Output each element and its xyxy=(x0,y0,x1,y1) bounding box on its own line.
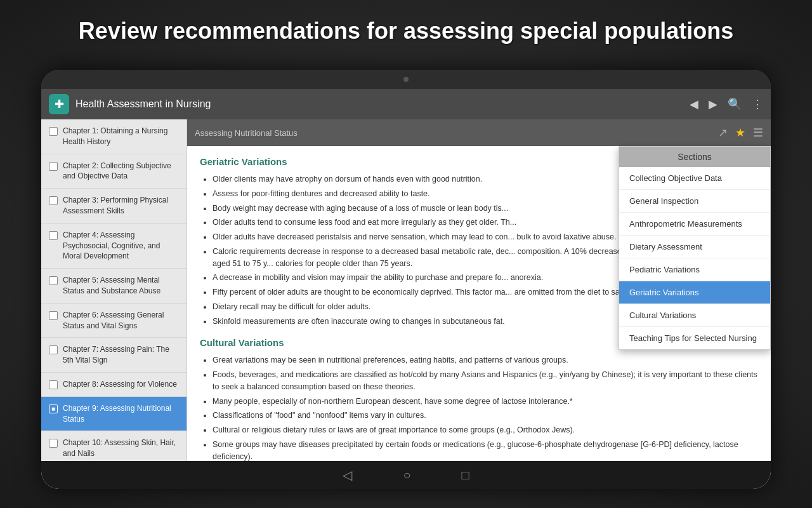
tablet-top-bar xyxy=(41,70,771,89)
sidebar-item-label-6: Chapter 6: Assessing General Status and … xyxy=(63,310,179,331)
android-bottom-bar: ◁ ○ □ xyxy=(41,461,771,489)
sidebar-item-label-4: Chapter 4: Assessing Psychosocial, Cogni… xyxy=(63,230,179,262)
sidebar-checkbox-3 xyxy=(49,196,58,205)
next-button[interactable]: ▶ xyxy=(709,97,717,111)
sidebar-checkbox-2 xyxy=(49,162,58,171)
sections-item[interactable]: Geriatric Variations xyxy=(619,281,770,304)
sections-dropdown: Sections Collecting Objective DataGenera… xyxy=(619,146,771,350)
list-item: Great variations may be seen in nutritio… xyxy=(213,354,758,366)
sections-item[interactable]: Teaching Tips for Selected Nursing xyxy=(619,327,770,349)
sidebar-checkbox-10 xyxy=(49,439,58,448)
list-item: Many people, especially of non-northern … xyxy=(213,396,758,408)
sidebar-item-1[interactable]: Chapter 1: Obtaining a Nursing Health Hi… xyxy=(41,119,187,154)
sections-item[interactable]: Dietary Assessment xyxy=(619,236,770,258)
app-screen: ✚ Health Assessment in Nursing ◀ ▶ 🔍 ⋮ C… xyxy=(41,89,771,489)
list-item: Classifications of "food" and "nonfood" … xyxy=(213,410,758,422)
reading-pane: Assessing Nutritional Status ↗ ★ ☰ Secti… xyxy=(187,119,771,461)
sidebar-item-7[interactable]: Chapter 7: Assessing Pain: The 5th Vital… xyxy=(41,338,187,373)
tablet-frame: ✚ Health Assessment in Nursing ◀ ▶ 🔍 ⋮ C… xyxy=(41,70,771,489)
sidebar-item-2[interactable]: Chapter 2: Collecting Subjective and Obj… xyxy=(41,154,187,189)
sidebar-item-4[interactable]: Chapter 4: Assessing Psychosocial, Cogni… xyxy=(41,224,187,269)
sections-item[interactable]: Collecting Objective Data xyxy=(619,167,770,190)
recent-button[interactable]: □ xyxy=(462,468,469,483)
sidebar-item-label-1: Chapter 1: Obtaining a Nursing Health Hi… xyxy=(63,126,179,147)
back-button[interactable]: ◁ xyxy=(343,467,352,483)
app-icon: ✚ xyxy=(49,94,69,114)
sections-dropdown-header: Sections xyxy=(619,147,770,167)
sidebar-item-9[interactable]: ■Chapter 9: Assessing Nutritional Status xyxy=(41,397,187,432)
sidebar-checkbox-5 xyxy=(49,276,58,285)
sidebar-item-3[interactable]: Chapter 3: Performing Physical Assessmen… xyxy=(41,189,187,224)
menu-button[interactable]: ⋮ xyxy=(752,97,763,111)
reading-title: Assessing Nutritional Status xyxy=(195,128,710,138)
list-item: Foods, beverages, and medications are cl… xyxy=(213,369,758,393)
list-item: Some groups may have diseases precipitat… xyxy=(213,439,758,461)
app-title: Health Assessment in Nursing xyxy=(75,98,683,110)
main-content: Chapter 1: Obtaining a Nursing Health Hi… xyxy=(41,119,771,461)
sidebar-checkbox-6 xyxy=(49,311,58,320)
header-icons: ◀ ▶ 🔍 ⋮ xyxy=(690,97,763,111)
reading-toolbar: Assessing Nutritional Status ↗ ★ ☰ xyxy=(187,119,771,146)
sidebar-item-label-7: Chapter 7: Assessing Pain: The 5th Vital… xyxy=(63,344,179,366)
prev-button[interactable]: ◀ xyxy=(690,97,698,111)
search-button[interactable]: 🔍 xyxy=(728,97,742,111)
bookmark-icon[interactable]: ★ xyxy=(735,126,745,140)
sidebar-item-6[interactable]: Chapter 6: Assessing General Status and … xyxy=(41,304,187,338)
sidebar-item-10[interactable]: Chapter 10: Assessing Skin, Hair, and Na… xyxy=(41,431,187,461)
page-headline: Review recommendations for assessing spe… xyxy=(0,18,812,44)
sidebar-item-label-3: Chapter 3: Performing Physical Assessmen… xyxy=(63,195,179,217)
app-header: ✚ Health Assessment in Nursing ◀ ▶ 🔍 ⋮ xyxy=(41,89,771,119)
sidebar-item-label-10: Chapter 10: Assessing Skin, Hair, and Na… xyxy=(63,438,179,459)
sidebar-item-label-9: Chapter 9: Assessing Nutritional Status xyxy=(63,403,179,425)
sidebar-checkbox-4 xyxy=(49,231,58,240)
list-item: Cultural or religious dietary rules or l… xyxy=(213,424,758,436)
sidebar: Chapter 1: Obtaining a Nursing Health Hi… xyxy=(41,119,187,461)
sidebar-checkbox-8 xyxy=(49,380,58,389)
sections-item[interactable]: Pediatric Variations xyxy=(619,258,770,281)
sidebar-item-5[interactable]: Chapter 5: Assessing Mental Status and S… xyxy=(41,269,187,304)
tablet-camera xyxy=(403,77,409,82)
sections-item[interactable]: Cultural Variations xyxy=(619,304,770,327)
bullet-list: Great variations may be seen in nutritio… xyxy=(200,354,758,461)
sidebar-checkbox-7 xyxy=(49,345,58,354)
sidebar-item-8[interactable]: Chapter 8: Assessing for Violence xyxy=(41,373,187,397)
sidebar-item-label-2: Chapter 2: Collecting Subjective and Obj… xyxy=(63,161,179,182)
sidebar-checkbox-9: ■ xyxy=(49,404,58,413)
sidebar-item-label-8: Chapter 8: Assessing for Violence xyxy=(63,379,177,390)
share-icon[interactable]: ↗ xyxy=(718,126,728,140)
sidebar-checkbox-1 xyxy=(49,127,58,136)
sections-item[interactable]: Anthropometric Measurements xyxy=(619,213,770,236)
sections-item[interactable]: General Inspection xyxy=(619,190,770,213)
sidebar-item-label-5: Chapter 5: Assessing Mental Status and S… xyxy=(63,275,179,297)
sections-icon[interactable]: ☰ xyxy=(753,126,763,140)
home-button[interactable]: ○ xyxy=(403,468,410,483)
